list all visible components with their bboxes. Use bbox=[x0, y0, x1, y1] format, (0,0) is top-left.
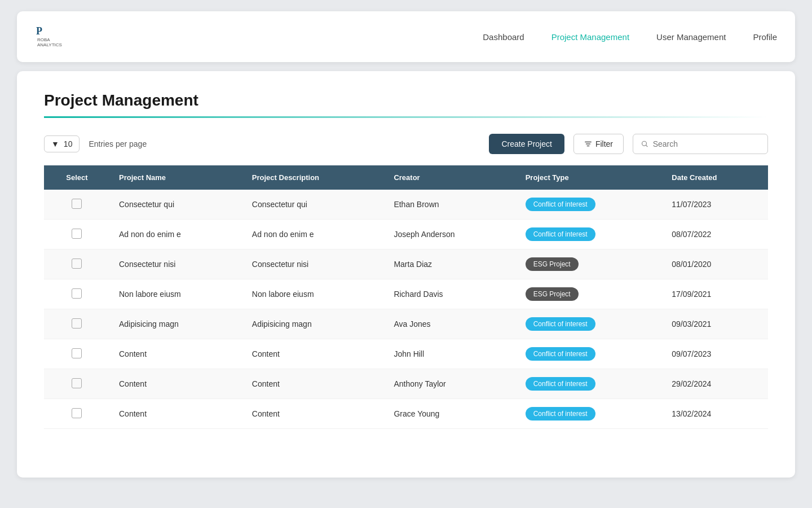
project-type-badge: Conflict of interest bbox=[526, 377, 595, 391]
col-project-name: Project Name bbox=[110, 165, 243, 190]
col-date-created: Date Created bbox=[663, 165, 768, 190]
cell-select bbox=[44, 309, 110, 339]
project-type-badge: Conflict of interest bbox=[526, 227, 595, 241]
cell-project-name: Content bbox=[110, 399, 243, 429]
cell-project-type: Conflict of interest bbox=[517, 369, 663, 399]
cell-creator: John Hill bbox=[385, 339, 516, 369]
cell-description: Content bbox=[243, 369, 385, 399]
cell-date: 17/09/2021 bbox=[663, 279, 768, 309]
cell-description: Consectetur qui bbox=[243, 190, 385, 220]
row-checkbox[interactable] bbox=[72, 229, 82, 239]
cell-select bbox=[44, 220, 110, 249]
cell-project-name: Content bbox=[110, 339, 243, 369]
cell-date: 09/07/2023 bbox=[663, 339, 768, 369]
entries-label: Entries per page bbox=[89, 139, 147, 148]
filter-icon bbox=[584, 140, 592, 148]
cell-creator: Richard Davis bbox=[385, 279, 516, 309]
filter-label: Filter bbox=[595, 139, 613, 148]
cell-description: Content bbox=[243, 339, 385, 369]
cell-date: 11/07/2023 bbox=[663, 190, 768, 220]
cell-date: 29/02/2024 bbox=[663, 369, 768, 399]
table-row: Content Content Anthony Taylor Conflict … bbox=[44, 369, 768, 399]
row-checkbox[interactable] bbox=[72, 408, 82, 418]
cell-project-name: Consectetur nisi bbox=[110, 249, 243, 279]
cell-project-type: Conflict of interest bbox=[517, 339, 663, 369]
table-row: Consectetur nisi Consectetur nisi Marta … bbox=[44, 249, 768, 279]
cell-project-type: Conflict of interest bbox=[517, 190, 663, 220]
table-body: Consectetur qui Consectetur qui Ethan Br… bbox=[44, 190, 768, 429]
cell-project-name: Ad non do enim e bbox=[110, 220, 243, 249]
col-select: Select bbox=[44, 165, 110, 190]
cell-creator: Anthony Taylor bbox=[385, 369, 516, 399]
cell-description: Non labore eiusm bbox=[243, 279, 385, 309]
table-row: Content Content Grace Young Conflict of … bbox=[44, 399, 768, 429]
cell-project-name: Adipisicing magn bbox=[110, 309, 243, 339]
page-title: Project Management bbox=[44, 91, 768, 110]
entries-value: 10 bbox=[64, 139, 73, 148]
cell-project-name: Non labore eiusm bbox=[110, 279, 243, 309]
cell-creator: Marta Diaz bbox=[385, 249, 516, 279]
cell-select bbox=[44, 339, 110, 369]
project-type-badge: ESG Project bbox=[526, 257, 579, 271]
cell-creator: Joseph Anderson bbox=[385, 220, 516, 249]
cell-creator: Grace Young bbox=[385, 399, 516, 429]
table-row: Ad non do enim e Ad non do enim e Joseph… bbox=[44, 220, 768, 249]
project-type-badge: Conflict of interest bbox=[526, 347, 595, 361]
cell-select bbox=[44, 279, 110, 309]
toolbar: ▼ 10 Entries per page Create Project Fil… bbox=[44, 134, 768, 154]
row-checkbox[interactable] bbox=[72, 259, 82, 269]
table-row: Consectetur qui Consectetur qui Ethan Br… bbox=[44, 190, 768, 220]
svg-text:ROBA: ROBA bbox=[37, 37, 50, 42]
projects-table: Select Project Name Project Description … bbox=[44, 165, 768, 429]
project-type-badge: Conflict of interest bbox=[526, 198, 595, 211]
row-checkbox[interactable] bbox=[72, 199, 82, 209]
search-box bbox=[633, 134, 768, 154]
cell-project-name: Content bbox=[110, 369, 243, 399]
cell-project-name: Consectetur qui bbox=[110, 190, 243, 220]
entries-per-page-select[interactable]: ▼ 10 bbox=[44, 135, 80, 152]
cell-date: 09/03/2021 bbox=[663, 309, 768, 339]
nav-profile[interactable]: Profile bbox=[753, 32, 777, 42]
dropdown-arrow-icon: ▼ bbox=[51, 139, 59, 148]
svg-text:ANALYTICS: ANALYTICS bbox=[37, 42, 62, 47]
cell-select bbox=[44, 399, 110, 429]
cell-date: 08/01/2020 bbox=[663, 249, 768, 279]
row-checkbox[interactable] bbox=[72, 288, 82, 299]
project-type-badge: Conflict of interest bbox=[526, 317, 595, 331]
col-project-description: Project Description bbox=[243, 165, 385, 190]
nav-project-management[interactable]: Project Management bbox=[551, 32, 629, 42]
row-checkbox[interactable] bbox=[72, 378, 82, 388]
nav-links: Dashboard Project Management User Manage… bbox=[483, 32, 777, 42]
row-checkbox[interactable] bbox=[72, 348, 82, 358]
cell-date: 13/02/2024 bbox=[663, 399, 768, 429]
title-underline bbox=[44, 116, 768, 118]
main-card: Project Management ▼ 10 Entries per page… bbox=[17, 71, 795, 478]
create-project-button[interactable]: Create Project bbox=[489, 134, 564, 154]
table-row: Adipisicing magn Adipisicing magn Ava Jo… bbox=[44, 309, 768, 339]
nav-dashboard[interactable]: Dashboard bbox=[483, 32, 524, 42]
cell-project-type: ESG Project bbox=[517, 279, 663, 309]
table-header: Select Project Name Project Description … bbox=[44, 165, 768, 190]
cell-select bbox=[44, 190, 110, 220]
cell-select bbox=[44, 369, 110, 399]
table-row: Content Content John Hill Conflict of in… bbox=[44, 339, 768, 369]
logo-area: P ROBA ANALYTICS bbox=[35, 22, 64, 51]
col-creator: Creator bbox=[385, 165, 516, 190]
cell-date: 08/07/2022 bbox=[663, 220, 768, 249]
cell-project-type: Conflict of interest bbox=[517, 220, 663, 249]
search-input[interactable] bbox=[653, 139, 760, 148]
cell-description: Content bbox=[243, 399, 385, 429]
nav-user-management[interactable]: User Management bbox=[656, 32, 726, 42]
cell-description: Ad non do enim e bbox=[243, 220, 385, 249]
cell-select bbox=[44, 249, 110, 279]
cell-project-type: Conflict of interest bbox=[517, 309, 663, 339]
row-checkbox[interactable] bbox=[72, 318, 82, 329]
search-icon bbox=[641, 140, 648, 148]
cell-project-type: Conflict of interest bbox=[517, 399, 663, 429]
cell-creator: Ethan Brown bbox=[385, 190, 516, 220]
navbar: P ROBA ANALYTICS Dashboard Project Manag… bbox=[17, 11, 795, 62]
filter-button[interactable]: Filter bbox=[573, 134, 624, 154]
logo-icon: P ROBA ANALYTICS bbox=[35, 22, 64, 51]
svg-text:P: P bbox=[36, 25, 42, 37]
cell-description: Consectetur nisi bbox=[243, 249, 385, 279]
